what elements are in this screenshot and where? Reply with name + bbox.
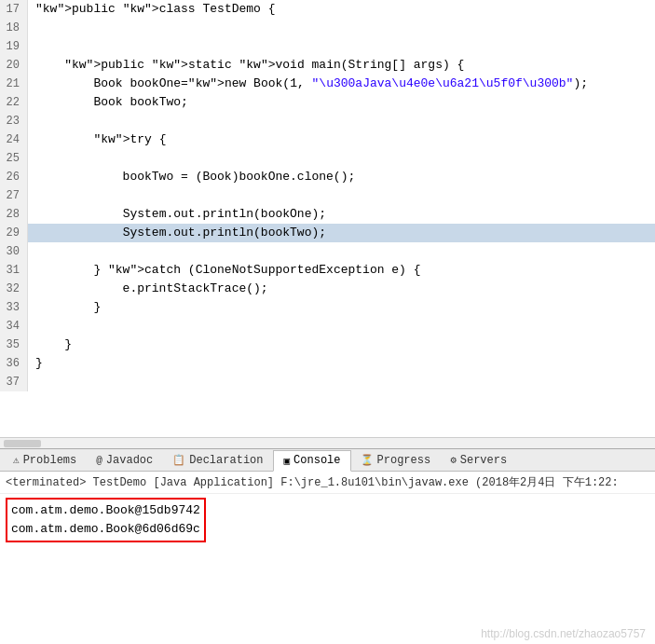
tab-javadoc[interactable]: @Javadoc <box>87 449 163 471</box>
code-line: 27 <box>0 186 655 205</box>
code-line: 18 <box>0 19 655 37</box>
output-line: com.atm.demo.Book@15db9742 <box>11 501 200 520</box>
declaration-tab-label: Declaration <box>189 454 263 467</box>
line-content: } "kw">catch (CloneNotSupportedException… <box>28 261 421 280</box>
line-content: } <box>28 336 72 354</box>
line-content <box>28 186 35 205</box>
line-content: Book bookTwo; <box>28 93 188 112</box>
bottom-panel: ⚠Problems@Javadoc📋Declaration▣Console⏳Pr… <box>0 448 655 644</box>
tab-declaration[interactable]: 📋Declaration <box>163 449 273 471</box>
code-line: 25 <box>0 149 655 168</box>
code-line: 17"kw">public "kw">class TestDemo { <box>0 0 655 19</box>
console-tab-label: Console <box>293 454 340 467</box>
code-line: 37 <box>0 373 655 391</box>
line-number: 18 <box>0 19 28 37</box>
line-number: 19 <box>0 37 28 56</box>
line-number: 32 <box>0 280 28 298</box>
line-content <box>28 37 35 56</box>
code-lines: 17"kw">public "kw">class TestDemo {18192… <box>0 0 655 437</box>
code-line: 36} <box>0 354 655 373</box>
line-content: "kw">public "kw">class TestDemo { <box>28 0 276 19</box>
line-content: System.out.println(bookOne); <box>28 205 326 224</box>
code-line: 21 Book bookOne="kw">new Book(1, "\u300a… <box>0 75 655 93</box>
code-editor: 17"kw">public "kw">class TestDemo {18192… <box>0 0 655 448</box>
line-content: e.printStackTrace(); <box>28 280 268 298</box>
line-number: 31 <box>0 261 28 280</box>
line-content: "kw">try { <box>28 130 166 149</box>
problems-tab-icon: ⚠ <box>13 454 20 466</box>
tabs-bar: ⚠Problems@Javadoc📋Declaration▣Console⏳Pr… <box>0 449 655 472</box>
servers-tab-icon: ⚙ <box>450 454 457 466</box>
line-content: bookTwo = (Book)bookOne.clone(); <box>28 168 355 186</box>
line-number: 30 <box>0 242 28 261</box>
line-number: 25 <box>0 149 28 168</box>
line-content: "kw">public "kw">static "kw">void main(S… <box>28 56 464 75</box>
code-line: 26 bookTwo = (Book)bookOne.clone(); <box>0 168 655 186</box>
code-line: 24 "kw">try { <box>0 130 655 149</box>
line-number: 33 <box>0 298 28 317</box>
code-line: 31 } "kw">catch (CloneNotSupportedExcept… <box>0 261 655 280</box>
problems-tab-label: Problems <box>23 454 77 467</box>
code-line: 28 System.out.println(bookOne); <box>0 205 655 224</box>
line-content: Book bookOne="kw">new Book(1, "\u300aJav… <box>28 75 588 93</box>
watermark: http://blog.csdn.net/zhaozao5757 <box>0 623 655 644</box>
line-number: 29 <box>0 224 28 242</box>
line-number: 36 <box>0 354 28 373</box>
line-number: 34 <box>0 317 28 336</box>
line-content <box>28 317 35 336</box>
javadoc-tab-label: Javadoc <box>106 454 153 467</box>
code-line: 20 "kw">public "kw">static "kw">void mai… <box>0 56 655 75</box>
servers-tab-label: Servers <box>460 454 507 467</box>
line-content <box>28 19 35 37</box>
code-line: 19 <box>0 37 655 56</box>
line-content <box>28 149 35 168</box>
line-number: 24 <box>0 130 28 149</box>
line-number: 28 <box>0 205 28 224</box>
output-box: com.atm.demo.Book@15db9742com.atm.demo.B… <box>6 498 206 542</box>
progress-tab-label: Progress <box>377 454 431 467</box>
code-line: 34 <box>0 317 655 336</box>
code-line: 32 e.printStackTrace(); <box>0 280 655 298</box>
scroll-thumb[interactable] <box>4 440 41 447</box>
terminated-line: <terminated> TestDemo [Java Application]… <box>0 472 655 494</box>
tab-problems[interactable]: ⚠Problems <box>4 449 87 471</box>
code-line: 35 } <box>0 336 655 354</box>
line-number: 17 <box>0 0 28 19</box>
line-content: } <box>28 298 101 317</box>
output-line: com.atm.demo.Book@6d06d69c <box>11 520 200 539</box>
console-output: com.atm.demo.Book@15db9742com.atm.demo.B… <box>0 494 655 623</box>
line-number: 37 <box>0 373 28 391</box>
console-tab-icon: ▣ <box>283 455 290 467</box>
code-line: 33 } <box>0 298 655 317</box>
line-content: System.out.println(bookTwo); <box>28 224 326 242</box>
code-line: 30 <box>0 242 655 261</box>
line-number: 22 <box>0 93 28 112</box>
code-line: 23 <box>0 112 655 130</box>
code-line: 22 Book bookTwo; <box>0 93 655 112</box>
line-content <box>28 112 35 130</box>
line-content <box>28 242 35 261</box>
line-number: 21 <box>0 75 28 93</box>
code-line: 29 System.out.println(bookTwo); <box>0 224 655 242</box>
line-content <box>28 373 35 391</box>
tab-progress[interactable]: ⏳Progress <box>351 449 442 471</box>
declaration-tab-icon: 📋 <box>172 454 185 466</box>
line-number: 23 <box>0 112 28 130</box>
line-content: } <box>28 354 43 373</box>
tab-servers[interactable]: ⚙Servers <box>441 449 517 471</box>
line-number: 35 <box>0 336 28 354</box>
line-number: 26 <box>0 168 28 186</box>
line-number: 20 <box>0 56 28 75</box>
javadoc-tab-icon: @ <box>96 455 102 466</box>
progress-tab-icon: ⏳ <box>361 454 374 466</box>
horizontal-scrollbar[interactable] <box>0 437 655 448</box>
tab-console[interactable]: ▣Console <box>273 450 350 472</box>
line-number: 27 <box>0 186 28 205</box>
